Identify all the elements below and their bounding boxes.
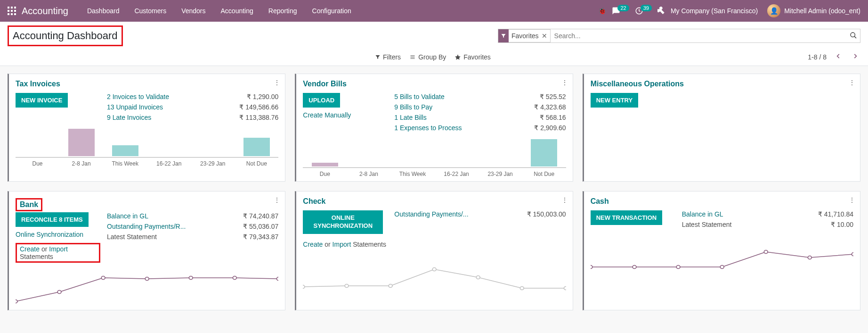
stat-link[interactable]: 2 Invoices to Validate (107, 93, 169, 100)
svg-point-31 (852, 253, 853, 256)
create-link[interactable]: Create (303, 241, 323, 248)
apps-icon[interactable] (8, 7, 16, 15)
stat-value: ₹ 55,036.07 (243, 223, 278, 230)
nav-configuration[interactable]: Configuration (305, 0, 359, 22)
mini-bar-chart (16, 128, 278, 156)
card-misc-operations: ⋮ Miscellaneous Operations NEW ENTRY (583, 74, 860, 182)
card-bank: ⋮ Bank RECONCILE 8 ITEMS Online Synchron… (8, 191, 285, 310)
stat-label: Latest Statement (682, 221, 732, 228)
import-link[interactable]: Import (49, 245, 68, 253)
card-title[interactable]: Bank (16, 198, 42, 211)
card-vendor-bills: ⋮ Vendor Bills UPLOAD Create Manually 5 … (295, 74, 573, 182)
new-transaction-button[interactable]: NEW TRANSACTION (591, 210, 663, 225)
stat-label: Latest Statement (107, 233, 157, 241)
stat-value: ₹ 525.52 (540, 93, 566, 100)
nav-reporting[interactable]: Reporting (261, 0, 305, 22)
company-switcher[interactable]: My Company (San Francisco) (671, 7, 758, 15)
online-sync-button[interactable]: ONLINE SYNCHRONIZATION (303, 210, 383, 234)
card-title[interactable]: Check (303, 197, 566, 206)
tools-icon[interactable] (657, 7, 665, 16)
kebab-icon[interactable]: ⋮ (561, 196, 568, 204)
card-tax-invoices: ⋮ Tax Invoices NEW INVOICE 2 Invoices to… (8, 74, 285, 182)
nav-vendors[interactable]: Vendors (174, 0, 213, 22)
svg-point-29 (764, 250, 768, 254)
svg-point-19 (345, 284, 349, 287)
card-title[interactable]: Miscellaneous Operations (591, 80, 853, 88)
new-entry-button[interactable]: NEW ENTRY (591, 93, 639, 108)
filters-label: Filters (383, 53, 401, 61)
pager-next[interactable] (850, 53, 860, 61)
svg-rect-1 (11, 7, 13, 8)
stat-link[interactable]: 13 Unpaid Invoices (107, 103, 163, 111)
search-input[interactable] (551, 30, 843, 42)
kebab-icon[interactable]: ⋮ (849, 79, 855, 86)
user-menu[interactable]: 👤 Mitchell Admin (odoo_ent) (767, 4, 860, 17)
svg-point-13 (101, 276, 105, 280)
pager-count: 1-8 / 8 (808, 53, 827, 61)
create-import-statements: Create or Import Statements (303, 241, 388, 248)
stat-value: ₹ 150,003.00 (527, 210, 566, 218)
nav-accounting[interactable]: Accounting (213, 0, 261, 22)
new-invoice-button[interactable]: NEW INVOICE (16, 93, 68, 108)
activities-icon[interactable]: 39 (635, 7, 652, 15)
stat-value: ₹ 113,388.76 (239, 114, 278, 121)
groupby-button[interactable]: Group By (409, 53, 446, 61)
online-sync-link[interactable]: Online Synchronization (16, 231, 100, 238)
or-text: or (40, 245, 49, 253)
control-panel: Accounting Dashboard Favorites ✕ Filters (0, 22, 868, 66)
stat-link[interactable]: Outstanding Payments/R... (107, 223, 186, 230)
svg-rect-8 (14, 13, 16, 15)
upload-button[interactable]: UPLOAD (303, 93, 340, 108)
svg-point-26 (633, 266, 636, 269)
svg-point-24 (564, 286, 566, 290)
stat-value: ₹ 79,343.87 (243, 233, 278, 241)
svg-point-17 (276, 277, 278, 281)
page-title: Accounting Dashboard (8, 25, 123, 46)
search-facet: Favorites ✕ (498, 29, 551, 42)
avatar: 👤 (767, 4, 780, 17)
create-manually-link[interactable]: Create Manually (303, 111, 388, 119)
stat-link[interactable]: 5 Bills to Validate (394, 93, 444, 100)
bug-icon[interactable]: 🐞 (598, 7, 606, 15)
stat-value: ₹ 2,909.60 (534, 124, 566, 132)
kebab-icon[interactable]: ⋮ (274, 196, 280, 204)
kebab-icon[interactable]: ⋮ (849, 196, 855, 204)
card-title[interactable]: Tax Invoices (16, 80, 278, 88)
create-link[interactable]: Create (20, 245, 40, 253)
card-cash: ⋮ Cash NEW TRANSACTION Balance in GL₹ 41… (583, 191, 860, 310)
pager-prev[interactable] (833, 53, 844, 61)
messages-icon[interactable]: 22 (612, 7, 629, 15)
nav-customers[interactable]: Customers (127, 0, 174, 22)
card-title[interactable]: Cash (591, 197, 853, 206)
card-title[interactable]: Vendor Bills (303, 80, 566, 88)
stat-link[interactable]: Outstanding Payments/... (394, 210, 468, 218)
svg-rect-5 (14, 10, 16, 12)
import-link[interactable]: Import (333, 241, 351, 248)
kebab-icon[interactable]: ⋮ (274, 79, 280, 86)
facet-remove[interactable]: ✕ (542, 32, 547, 40)
svg-rect-4 (11, 10, 13, 12)
stat-link[interactable]: 9 Late Invoices (107, 114, 151, 121)
stat-link[interactable]: Balance in GL (107, 212, 148, 220)
svg-point-10 (851, 33, 855, 37)
svg-point-20 (389, 284, 393, 287)
nav-dashboard[interactable]: Dashboard (80, 0, 127, 22)
stat-value: ₹ 568.16 (540, 114, 566, 121)
svg-point-12 (57, 291, 61, 294)
filters-button[interactable]: Filters (375, 53, 401, 61)
stat-link[interactable]: 1 Expenses to Process (394, 124, 462, 132)
top-nav: Accounting Dashboard Customers Vendors A… (0, 0, 868, 22)
create-import-statements: Create or Import Statements (16, 243, 100, 263)
svg-rect-3 (8, 10, 9, 12)
stat-link[interactable]: 9 Bills to Pay (394, 103, 432, 111)
reconcile-button[interactable]: RECONCILE 8 ITEMS (16, 212, 89, 227)
svg-rect-7 (11, 13, 13, 15)
svg-point-23 (520, 286, 524, 290)
kebab-icon[interactable]: ⋮ (561, 79, 568, 86)
stat-link[interactable]: Balance in GL (682, 210, 723, 218)
groupby-label: Group By (418, 53, 446, 61)
favorites-button[interactable]: Favorites (454, 53, 491, 61)
stat-link[interactable]: 1 Late Bills (394, 114, 426, 121)
sparkline-chart (16, 268, 278, 306)
search-icon[interactable] (847, 32, 860, 41)
